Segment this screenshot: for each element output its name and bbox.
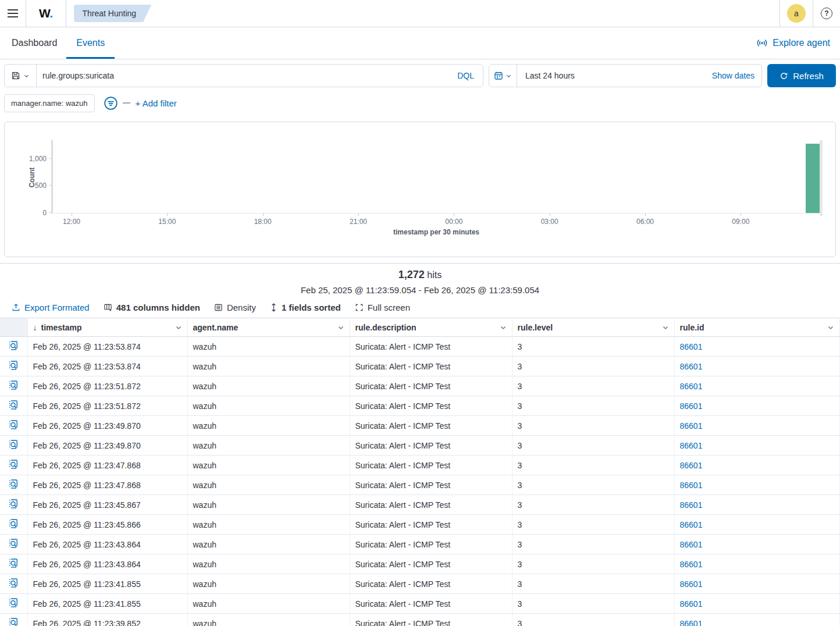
header-timestamp[interactable]: ↓ timestamp <box>27 318 187 337</box>
header-rule-id[interactable]: rule.id <box>674 318 840 337</box>
rule-id-link[interactable]: 86601 <box>680 481 703 490</box>
table-row: Feb 26, 2025 @ 11:23:39.852 wazuh Surica… <box>0 614 840 626</box>
inspect-document-icon[interactable] <box>8 400 19 410</box>
header-agent-name[interactable]: agent.name <box>187 318 350 337</box>
agent-name-cell: wazuh <box>187 416 350 436</box>
inspect-document-icon[interactable] <box>8 538 19 549</box>
rule-id-link[interactable]: 86601 <box>680 560 703 569</box>
inspect-cell <box>0 574 27 594</box>
rule-description-cell: Suricata: Alert - ICMP Test <box>350 337 512 357</box>
header-rule-description[interactable]: rule.description <box>350 318 512 337</box>
help-icon[interactable]: ? <box>821 8 832 19</box>
time-range-value[interactable]: Last 24 hours <box>517 71 705 80</box>
rule-level-cell: 3 <box>512 396 674 416</box>
rule-level-cell: 3 <box>512 554 674 574</box>
table-row: Feb 26, 2025 @ 11:23:49.870 wazuh Surica… <box>0 416 840 436</box>
inspect-document-icon[interactable] <box>8 597 19 608</box>
export-formatted-button[interactable]: Export Formated <box>12 303 90 312</box>
export-icon <box>12 303 20 312</box>
x-axis-title: timestamp per 30 minutes <box>393 228 479 236</box>
refresh-button[interactable]: Refresh <box>767 64 836 87</box>
table-row: Feb 26, 2025 @ 11:23:45.867 wazuh Surica… <box>0 495 840 515</box>
y-tick-label: 0 <box>42 209 47 217</box>
columns-hidden-button[interactable]: 481 columns hidden <box>104 303 200 312</box>
agent-name-cell: wazuh <box>187 495 350 515</box>
rule-id-link[interactable]: 86601 <box>680 579 703 589</box>
filter-options-icon[interactable] <box>104 96 118 111</box>
inspect-document-icon[interactable] <box>8 439 19 450</box>
saved-queries-button[interactable] <box>5 65 37 87</box>
rule-description-cell: Suricata: Alert - ICMP Test <box>350 594 512 614</box>
rule-id-link[interactable]: 86601 <box>680 421 703 431</box>
filter-pill-manager-name[interactable]: manager.name: wazuh <box>4 94 95 112</box>
agent-name-cell: wazuh <box>187 535 350 554</box>
density-icon <box>214 303 223 312</box>
rule-id-link[interactable]: 86601 <box>680 401 703 411</box>
rule-id-link[interactable]: 86601 <box>680 461 703 470</box>
search-query-input[interactable] <box>37 71 449 80</box>
save-query-icon <box>11 71 20 80</box>
avatar[interactable]: a <box>787 4 806 23</box>
rule-id-link[interactable]: 86601 <box>680 342 703 351</box>
rule-id-link[interactable]: 86601 <box>680 500 703 510</box>
header-rule-level[interactable]: rule.level <box>512 318 674 337</box>
timestamp-cell: Feb 26, 2025 @ 11:23:43.864 <box>27 554 187 574</box>
explore-agent-button[interactable]: Explore agent <box>757 27 830 59</box>
fullscreen-icon <box>355 303 364 312</box>
rule-id-link[interactable]: 86601 <box>680 520 703 529</box>
menu-hamburger-icon[interactable] <box>8 9 18 17</box>
rule-id-link[interactable]: 86601 <box>680 441 703 450</box>
hits-count: 1,272 <box>398 269 425 280</box>
inspect-document-icon[interactable] <box>8 578 19 588</box>
agent-name-cell: wazuh <box>187 337 350 357</box>
tab-dashboard[interactable]: Dashboard <box>12 27 57 59</box>
rule-id-link[interactable]: 86601 <box>680 619 703 626</box>
inspect-document-icon[interactable] <box>8 499 19 509</box>
histogram-bar[interactable] <box>806 144 820 213</box>
fields-sorted-button[interactable]: 1 fields sorted <box>270 303 341 312</box>
inspect-document-icon[interactable] <box>8 459 19 470</box>
inspect-document-icon[interactable] <box>8 479 19 489</box>
histogram-plot-area[interactable]: Count 05001,000 12:0015:0018:0021:0000:0… <box>52 141 820 214</box>
rule-id-link[interactable]: 86601 <box>680 599 703 609</box>
rule-level-cell: 3 <box>512 535 674 554</box>
inspect-document-icon[interactable] <box>8 617 19 626</box>
inspect-document-icon[interactable] <box>8 360 19 371</box>
inspect-document-icon[interactable] <box>8 518 19 529</box>
agent-name-cell: wazuh <box>187 594 350 614</box>
full-screen-button[interactable]: Full screen <box>355 303 410 312</box>
chevron-down-icon <box>662 324 669 331</box>
inspect-cell <box>0 515 27 535</box>
rule-id-link[interactable]: 86601 <box>680 382 703 391</box>
x-tick-label: 00:00 <box>445 218 462 226</box>
timestamp-cell: Feb 26, 2025 @ 11:23:49.870 <box>27 416 187 436</box>
show-dates-button[interactable]: Show dates <box>705 71 761 80</box>
inspect-document-icon[interactable] <box>8 340 19 351</box>
rule-id-cell: 86601 <box>674 456 840 475</box>
inspect-document-icon[interactable] <box>8 419 19 430</box>
broadcast-icon <box>757 38 767 48</box>
inspect-document-icon[interactable] <box>8 558 19 568</box>
hits-line: 1,272 hits <box>0 264 840 281</box>
rule-level-cell: 3 <box>512 594 674 614</box>
query-language-button[interactable]: DQL <box>449 71 483 80</box>
agent-name-cell: wazuh <box>187 396 350 416</box>
rule-level-cell: 3 <box>512 574 674 594</box>
inspect-cell <box>0 456 27 475</box>
rule-id-link[interactable]: 86601 <box>680 362 703 371</box>
inspect-cell <box>0 554 27 574</box>
inspect-document-icon[interactable] <box>8 380 19 390</box>
density-button[interactable]: Density <box>214 303 256 312</box>
rule-id-link[interactable]: 86601 <box>680 540 703 549</box>
quick-select-button[interactable] <box>489 65 517 87</box>
rule-level-cell: 3 <box>512 515 674 535</box>
histogram-panel: Count 05001,000 12:0015:0018:0021:0000:0… <box>4 122 836 257</box>
add-filter-button[interactable]: + Add filter <box>136 98 177 108</box>
timestamp-cell: Feb 26, 2025 @ 11:23:53.874 <box>27 357 187 376</box>
rule-description-cell: Suricata: Alert - ICMP Test <box>350 554 512 574</box>
timestamp-cell: Feb 26, 2025 @ 11:23:45.867 <box>27 495 187 515</box>
wazuh-logo[interactable]: W. <box>39 6 53 20</box>
rule-id-cell: 86601 <box>674 475 840 495</box>
breadcrumb[interactable]: Threat Hunting <box>74 5 152 22</box>
tab-events[interactable]: Events <box>66 27 115 59</box>
